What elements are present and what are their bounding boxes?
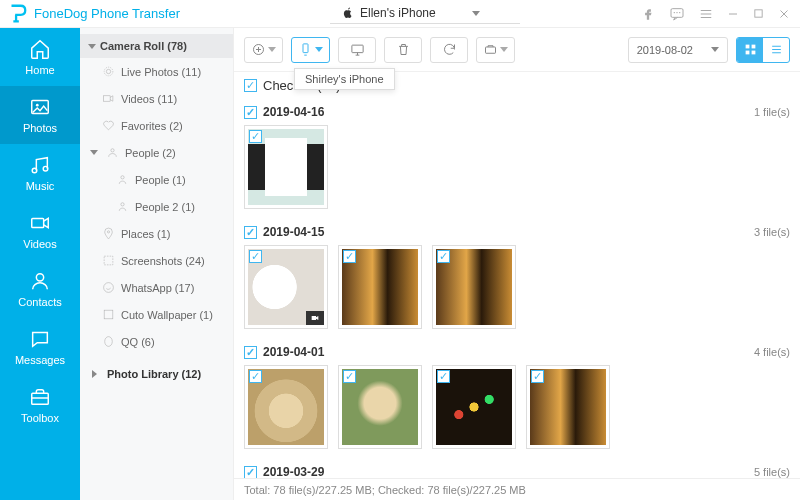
facebook-icon[interactable] xyxy=(641,7,655,21)
svg-point-5 xyxy=(43,166,48,171)
sidebar-group-camera-roll[interactable]: Camera Roll (78) xyxy=(80,34,233,58)
feedback-icon[interactable] xyxy=(669,6,685,22)
refresh-button[interactable] xyxy=(430,37,468,63)
svg-point-17 xyxy=(104,283,114,293)
chevron-down-icon xyxy=(472,11,480,16)
delete-button[interactable] xyxy=(384,37,422,63)
photo-thumbnail[interactable]: ✓ xyxy=(244,245,328,329)
svg-rect-16 xyxy=(104,256,113,265)
sidebar-item-qq[interactable]: QQ (6) xyxy=(80,328,233,355)
svg-point-14 xyxy=(121,203,124,206)
photo-thumbnail[interactable]: ✓ xyxy=(338,365,422,449)
person-icon xyxy=(116,173,129,186)
svg-point-3 xyxy=(36,104,39,107)
svg-point-7 xyxy=(36,274,43,281)
whatsapp-icon xyxy=(102,281,115,294)
svg-rect-8 xyxy=(32,393,49,404)
svg-rect-11 xyxy=(104,96,111,101)
photo-scroll[interactable]: ✓Check All(78) ✓2019-04-161 file(s) ✓ ✓2… xyxy=(234,72,800,478)
nav-photos[interactable]: Photos xyxy=(0,86,80,144)
device-dropdown[interactable]: Ellen's iPhone xyxy=(330,3,520,24)
app-name: FoneDog Phone Transfer xyxy=(34,6,180,21)
messages-icon xyxy=(29,328,51,350)
sidebar: Camera Roll (78) Live Photos (11) Videos… xyxy=(80,28,234,500)
svg-point-12 xyxy=(111,149,114,152)
photos-icon xyxy=(29,96,51,118)
video-badge-icon xyxy=(306,311,324,325)
sidebar-item-places[interactable]: Places (1) xyxy=(80,220,233,247)
sidebar-item-live-photos[interactable]: Live Photos (11) xyxy=(80,58,233,85)
date-filter[interactable]: 2019-08-02 xyxy=(628,37,728,63)
title-bar: FoneDog Phone Transfer Ellen's iPhone xyxy=(0,0,800,28)
sidebar-item-people-1[interactable]: People (1) xyxy=(80,166,233,193)
minimize-icon[interactable] xyxy=(727,8,739,20)
sidebar-group-photo-library[interactable]: Photo Library (12) xyxy=(80,361,233,387)
maximize-icon[interactable] xyxy=(753,8,764,19)
caret-down-icon xyxy=(90,150,98,155)
sidebar-item-favorites[interactable]: Favorites (2) xyxy=(80,112,233,139)
toolbar: Shirley's iPhone 2019-08-02 xyxy=(234,28,800,72)
svg-point-10 xyxy=(104,67,113,76)
sidebar-item-whatsapp[interactable]: WhatsApp (17) xyxy=(80,274,233,301)
view-toggle xyxy=(736,37,790,63)
more-button[interactable] xyxy=(476,37,515,63)
wallpaper-icon xyxy=(102,308,115,321)
apple-icon xyxy=(342,7,354,19)
nav-music[interactable]: Music xyxy=(0,144,80,202)
date-group-head[interactable]: ✓2019-04-014 file(s) xyxy=(244,339,790,363)
transfer-to-device-button[interactable] xyxy=(291,37,330,63)
list-view-button[interactable] xyxy=(763,38,789,62)
svg-rect-6 xyxy=(32,218,44,227)
video-icon xyxy=(102,92,115,105)
photo-thumbnail[interactable]: ✓ xyxy=(244,365,328,449)
qq-icon xyxy=(102,335,115,348)
sidebar-item-cuto[interactable]: Cuto Wallpaper (1) xyxy=(80,301,233,328)
svg-rect-25 xyxy=(751,45,755,49)
svg-rect-24 xyxy=(745,45,749,49)
photo-thumbnail[interactable]: ✓ xyxy=(526,365,610,449)
music-icon xyxy=(29,154,51,176)
add-button[interactable] xyxy=(244,37,283,63)
nav-toolbox[interactable]: Toolbox xyxy=(0,376,80,434)
svg-rect-18 xyxy=(104,310,113,319)
app-logo xyxy=(6,3,28,25)
heart-icon xyxy=(102,119,115,132)
sidebar-item-people[interactable]: People (2) xyxy=(80,139,233,166)
grid-view-button[interactable] xyxy=(737,38,763,62)
toolbox-icon xyxy=(29,386,51,408)
home-icon xyxy=(29,38,51,60)
photo-thumbnail[interactable]: ✓ xyxy=(432,365,516,449)
svg-rect-28 xyxy=(312,316,316,320)
close-icon[interactable] xyxy=(778,8,790,20)
date-group-head[interactable]: ✓2019-04-153 file(s) xyxy=(244,219,790,243)
nav-messages[interactable]: Messages xyxy=(0,318,80,376)
menu-icon[interactable] xyxy=(699,7,713,21)
svg-rect-23 xyxy=(486,47,496,53)
nav-home[interactable]: Home xyxy=(0,28,80,86)
tooltip: Shirley's iPhone xyxy=(294,68,395,90)
caret-down-icon xyxy=(88,44,96,49)
status-bar: Total: 78 file(s)/227.25 MB; Checked: 78… xyxy=(234,478,800,500)
svg-point-9 xyxy=(106,69,110,73)
sidebar-item-screenshots[interactable]: Screenshots (24) xyxy=(80,247,233,274)
date-group-head[interactable]: ✓2019-04-161 file(s) xyxy=(244,99,790,123)
photo-thumbnail[interactable]: ✓ xyxy=(244,125,328,209)
svg-point-15 xyxy=(107,231,109,233)
export-to-pc-button[interactable] xyxy=(338,37,376,63)
nav-contacts[interactable]: Contacts xyxy=(0,260,80,318)
caret-right-icon xyxy=(92,370,97,378)
nav-videos[interactable]: Videos xyxy=(0,202,80,260)
svg-rect-1 xyxy=(755,10,762,17)
sidebar-item-videos[interactable]: Videos (11) xyxy=(80,85,233,112)
sidebar-item-people-2[interactable]: People 2 (1) xyxy=(80,193,233,220)
left-nav: Home Photos Music Videos Contacts Messag… xyxy=(0,28,80,500)
svg-rect-22 xyxy=(351,45,362,53)
contacts-icon xyxy=(29,270,51,292)
checkbox-icon: ✓ xyxy=(244,79,257,92)
people-icon xyxy=(106,146,119,159)
date-group-head[interactable]: ✓2019-03-295 file(s) xyxy=(244,459,790,478)
svg-rect-27 xyxy=(751,51,755,55)
photo-thumbnail[interactable]: ✓ xyxy=(338,245,422,329)
svg-point-4 xyxy=(32,168,37,173)
photo-thumbnail[interactable]: ✓ xyxy=(432,245,516,329)
